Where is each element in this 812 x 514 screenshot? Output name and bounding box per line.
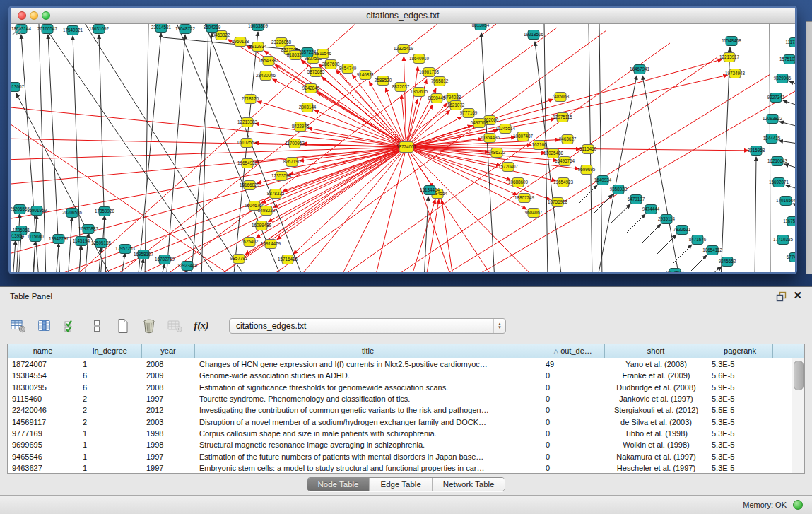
graph-edge[interactable]: [442, 200, 454, 272]
graph-node-cited[interactable]: 17540321: [63, 26, 83, 35]
scrollbar-thumb[interactable]: [794, 361, 804, 390]
graph-edge[interactable]: [410, 199, 435, 272]
graph-edge[interactable]: [786, 185, 795, 193]
attribute-table[interactable]: namein_degreeyeartitle△out_de…shortpager…: [7, 344, 805, 474]
network-graph[interactable]: 1872400723420046271812612213383161075531…: [11, 24, 795, 272]
column-header-title[interactable]: title: [195, 344, 541, 358]
graph-node-citing[interactable]: 18807249: [514, 194, 535, 203]
network-canvas[interactable]: 1872400723420046271812612213383161075531…: [11, 24, 795, 272]
graph-edge[interactable]: [406, 110, 450, 147]
table-row[interactable]: 969969511998Structural magnetic resonanc…: [8, 439, 792, 450]
graph-edge[interactable]: [784, 164, 795, 173]
graph-node-citing[interactable]: 9811546: [314, 49, 332, 59]
graph-edge[interactable]: [166, 35, 185, 272]
graph-node-citing[interactable]: 16495754: [555, 157, 575, 166]
graph-node-cited[interactable]: 8813054: [472, 24, 490, 30]
network-window[interactable]: citations_edges.txt 18724007234200462718…: [8, 6, 797, 274]
table-row[interactable]: 946554611997Estimation of the future num…: [8, 450, 792, 462]
graph-node-cited[interactable]: 17359928: [95, 207, 115, 216]
graph-edge[interactable]: [688, 255, 707, 272]
graph-node-citing[interactable]: 9699695: [578, 165, 596, 175]
graph-node-citing[interactable]: 9777169: [460, 109, 478, 118]
graph-node-citing[interactable]: 7485063: [552, 93, 570, 102]
combo-stepper-icon[interactable]: ▲▼: [493, 319, 505, 333]
graph-node-citing[interactable]: 162160: [531, 141, 547, 150]
graph-node-citing[interactable]: 7955812: [431, 77, 449, 86]
graph-node-cited[interactable]: 6479197: [628, 195, 645, 204]
graph-edge[interactable]: [293, 147, 406, 254]
graph-edge[interactable]: [626, 214, 645, 233]
graph-edge[interactable]: [594, 194, 613, 214]
graph-node-citing[interactable]: 10756928: [548, 198, 568, 207]
graph-node-cited[interactable]: 6774696: [787, 253, 795, 262]
graph-node-citing[interactable]: 2588520: [375, 76, 392, 86]
graph-node-cited[interactable]: 16958107: [134, 250, 154, 259]
graph-node-cited[interactable]: 11675338: [783, 217, 795, 226]
graph-node-citing[interactable]: 12975115: [553, 113, 572, 122]
graph-node-citing[interactable]: 12213917: [719, 53, 740, 62]
close-panel-icon[interactable]: ✕: [793, 289, 802, 302]
graph-node-cited[interactable]: 1115680: [27, 233, 44, 242]
graph-edge[interactable]: [642, 224, 661, 243]
graph-node-citing[interactable]: 12325419: [394, 45, 414, 54]
tab-edge-table[interactable]: Edge Table: [370, 478, 432, 491]
graph-edge[interactable]: [11, 147, 406, 255]
graph-node-cited[interactable]: 16782759: [155, 255, 175, 264]
table-selector[interactable]: citations_edges.txt ▲▼: [229, 318, 506, 334]
graph-node-citing[interactable]: 8912934: [249, 42, 267, 52]
graph-node-citing[interactable]: 15716485: [278, 255, 298, 264]
float-panel-icon[interactable]: [776, 291, 787, 302]
graph-node-citing[interactable]: 2867608: [322, 60, 340, 69]
graph-node-cited[interactable]: 17710335: [773, 235, 794, 245]
graph-node-cited[interactable]: 10654112: [702, 246, 722, 255]
table-row[interactable]: 1872400712008Changes of HCN gene express…: [8, 358, 792, 370]
graph-node-citing[interactable]: 8267190: [283, 158, 301, 167]
table-row[interactable]: 1938455462009Genome-wide association stu…: [8, 370, 792, 381]
window-resize-grip[interactable]: [11, 24, 22, 35]
graph-node-cited[interactable]: 9358923: [610, 185, 628, 194]
graph-node-citing[interactable]: 12213383: [237, 118, 258, 127]
graph-node-citing[interactable]: 9463627: [559, 135, 577, 144]
graph-node-citing[interactable]: 16961758: [419, 68, 440, 77]
graph-node-cited[interactable]: 23014581: [151, 24, 172, 33]
graph-edge[interactable]: [755, 157, 756, 272]
graph-node-cited[interactable]: 16467941: [630, 65, 650, 74]
create-column-icon[interactable]: [114, 317, 131, 334]
graph-edge[interactable]: [297, 147, 406, 272]
tab-network-table[interactable]: Network Table: [433, 478, 505, 491]
graph-node-citing[interactable]: 19734943: [725, 69, 746, 78]
graph-node-citing[interactable]: 16914479: [261, 240, 281, 249]
graph-node-citing[interactable]: 8822037: [392, 83, 410, 92]
table-row[interactable]: 1456911722003Disruption of a novel membe…: [8, 416, 792, 427]
graph-node-citing[interactable]: 16099489: [252, 221, 272, 230]
graph-edge[interactable]: [406, 147, 555, 181]
graph-node-citing[interactable]: 16107553: [237, 139, 257, 148]
graph-node-citing[interactable]: 9857791: [230, 255, 248, 264]
graph-node-cited[interactable]: 9924502: [666, 269, 684, 273]
table-row[interactable]: 911546021997Tourette syndrome. Phenomeno…: [8, 393, 792, 404]
network-window-titlebar[interactable]: citations_edges.txt: [11, 8, 795, 24]
graph-edge[interactable]: [68, 217, 72, 272]
delete-columns-icon[interactable]: [141, 317, 158, 334]
graph-edge[interactable]: [138, 33, 161, 272]
graph-node-cited[interactable]: 11548408: [722, 37, 741, 46]
graph-edge[interactable]: [205, 24, 304, 272]
table-row[interactable]: 977716911998Corpus callosum shape and si…: [8, 428, 792, 439]
table-row[interactable]: 1830029562008Estimation of significance …: [8, 382, 792, 393]
graph-edge[interactable]: [599, 24, 602, 272]
column-header-in_degree[interactable]: in_degree: [78, 344, 142, 358]
table-options-icon[interactable]: [10, 317, 27, 334]
graph-edge[interactable]: [578, 185, 597, 204]
graph-node-citing[interactable]: 9115460: [579, 145, 597, 154]
graph-edge[interactable]: [611, 204, 630, 223]
graph-node-citing[interactable]: 1621072: [447, 101, 465, 110]
graph-edge[interactable]: [191, 33, 212, 272]
graph-edge[interactable]: [11, 139, 406, 147]
graph-node-citing[interactable]: 1362615: [411, 88, 428, 97]
graph-node-cited[interactable]: 9329966: [774, 74, 792, 83]
graph-node-cited[interactable]: 20160547: [37, 25, 58, 34]
column-header-name[interactable]: name: [8, 344, 78, 358]
graph-node-cited[interactable]: 1244415: [763, 134, 781, 144]
graph-edge[interactable]: [145, 24, 148, 272]
graph-node-cited[interactable]: 1640934: [594, 176, 612, 185]
